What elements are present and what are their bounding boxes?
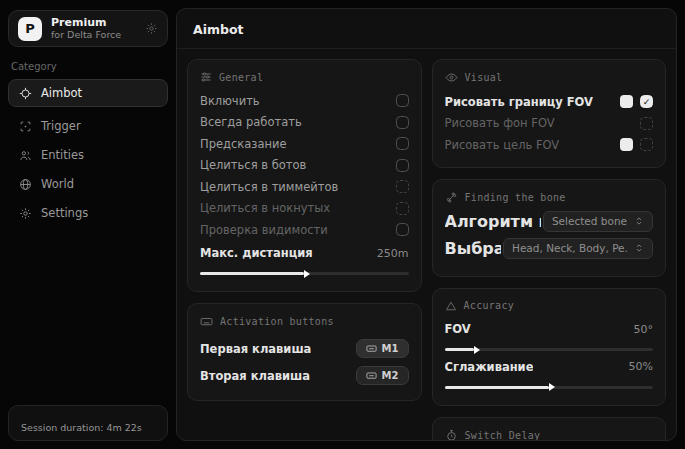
card-switch-delay-title: Switch Delay — [445, 429, 654, 442]
sidebar-item-aimbot[interactable]: Aimbot — [8, 79, 168, 107]
setting-label: Проверка видимости — [200, 223, 328, 237]
category-label: Category — [11, 61, 166, 72]
setting-row: Включить — [200, 90, 409, 112]
card-visual: Visual Рисовать границу FOV Рисовать фон… — [432, 59, 667, 168]
setting-row: Целиться в нокнутых — [200, 198, 409, 220]
eye-icon — [445, 71, 458, 84]
brand-box: P Premium for Delta Force — [8, 10, 168, 47]
checkbox[interactable] — [640, 95, 653, 108]
checkbox[interactable] — [640, 138, 653, 151]
timer-icon — [445, 429, 458, 442]
gear-icon[interactable] — [145, 22, 158, 35]
keyboard-icon — [200, 315, 213, 328]
checkbox[interactable] — [396, 116, 409, 129]
slider-value: 50% — [629, 360, 653, 373]
sidebar-item-label: Trigger — [41, 119, 81, 133]
select-label: Алгоритм поиска костей — [445, 212, 541, 231]
keybind-row: Первая клавиша M1 — [200, 335, 409, 362]
slider-value: 50° — [634, 323, 654, 336]
setting-row: Всегда работать — [200, 112, 409, 134]
slider-value: 250m — [377, 247, 409, 260]
setting-label: Целиться в ботов — [200, 158, 306, 172]
checkbox[interactable] — [396, 180, 409, 193]
slider-thumb[interactable] — [474, 346, 480, 354]
select-label: Выбранные кости — [445, 239, 502, 258]
gear-icon — [19, 207, 32, 220]
setting-label: Всегда работать — [200, 115, 302, 129]
setting-row: Проверка видимости — [200, 219, 409, 241]
card-bone-title: Finding the bone — [445, 191, 654, 204]
sidebar-item-label: Entities — [41, 148, 84, 162]
select-row: Выбранные кости Head, Neck, Body, Pe... — [445, 238, 654, 259]
checkbox[interactable] — [640, 117, 653, 130]
setting-label: Предсказание — [200, 137, 287, 151]
slider-label: Сглаживание — [445, 360, 534, 374]
slider-label: Макс. дистанция — [200, 246, 313, 260]
unfold-icon — [634, 243, 644, 253]
session-duration-box: Session duration: 4m 22s — [8, 405, 168, 441]
card-switch-delay: Switch Delay Задержка переключения Задер… — [432, 417, 667, 442]
color-swatch[interactable] — [620, 138, 633, 151]
slider-row: FOV 50° — [445, 319, 654, 341]
card-finding-the-bone: Finding the bone Алгоритм поиска костей … — [432, 179, 667, 277]
sidebar-item-entities[interactable]: Entities — [8, 141, 168, 169]
slider-row: Сглаживание 50% — [445, 356, 654, 378]
fov-slider[interactable] — [445, 348, 654, 351]
slider-thumb[interactable] — [304, 270, 310, 278]
checkbox[interactable] — [396, 223, 409, 236]
setting-label: Рисовать границу FOV — [445, 95, 593, 109]
crosshair-icon — [19, 87, 32, 100]
color-swatch[interactable] — [620, 95, 633, 108]
bone-algorithm-select[interactable]: Selected bone — [543, 211, 653, 232]
card-activation-buttons: Activation buttons Первая клавиша M1 Вто… — [187, 303, 422, 401]
setting-row: Рисовать границу FOV — [445, 91, 654, 113]
setting-label: Целиться в нокнутых — [200, 201, 330, 215]
smoothing-slider[interactable] — [445, 386, 654, 389]
card-activation-title: Activation buttons — [200, 315, 409, 328]
card-general-title: General — [200, 71, 409, 83]
keybind-label: Первая клавиша — [200, 342, 311, 356]
keybind-row: Вторая клавиша M2 — [200, 362, 409, 389]
setting-label: Включить — [200, 94, 260, 108]
slider-thumb[interactable] — [549, 383, 555, 391]
sliders-icon — [200, 71, 212, 83]
checkbox[interactable] — [396, 202, 409, 215]
right-column: Visual Рисовать границу FOV Рисовать фон… — [432, 59, 667, 431]
sidebar-item-settings[interactable]: Settings — [8, 199, 168, 227]
select-row: Алгоритм поиска костей Selected bone — [445, 211, 654, 232]
checkbox[interactable] — [396, 137, 409, 150]
setting-label: Рисовать фон FOV — [445, 116, 555, 130]
brand-title: Premium — [51, 16, 121, 29]
keybind-label: Вторая клавиша — [200, 369, 310, 383]
sidebar-item-trigger[interactable]: Trigger — [8, 112, 168, 140]
max-distance-slider[interactable] — [200, 272, 409, 275]
trigger-icon — [19, 120, 32, 133]
card-accuracy-title: Accuracy — [445, 300, 654, 312]
triangle-icon — [445, 300, 457, 312]
brand-subtitle: for Delta Force — [51, 29, 121, 40]
checkbox[interactable] — [396, 94, 409, 107]
brand-logo: P — [18, 17, 42, 41]
brand-text: Premium for Delta Force — [51, 16, 121, 41]
checkbox[interactable] — [396, 159, 409, 172]
content: General Включить Всегда работать Предска… — [177, 49, 676, 441]
session-duration-text: Session duration: 4m 22s — [21, 422, 142, 433]
keybind-button-m1[interactable]: M1 — [356, 339, 409, 358]
slider-row: Макс. дистанция 250m — [200, 243, 409, 265]
selected-bones-select[interactable]: Head, Neck, Body, Pe... — [503, 238, 653, 259]
slider-label: FOV — [445, 322, 471, 336]
setting-row: Рисовать цель FOV — [445, 134, 654, 156]
setting-label: Рисовать цель FOV — [445, 138, 560, 152]
sidebar-item-label: Settings — [41, 206, 88, 220]
keybind-button-m2[interactable]: M2 — [356, 366, 409, 385]
card-general: General Включить Всегда работать Предска… — [187, 59, 422, 292]
sidebar-item-world[interactable]: World — [8, 170, 168, 198]
globe-icon — [19, 178, 32, 191]
sidebar: P Premium for Delta Force Category Aimbo… — [0, 0, 176, 449]
bone-icon — [445, 191, 458, 204]
setting-row: Рисовать фон FOV — [445, 113, 654, 135]
page-title: Aimbot — [177, 9, 676, 49]
setting-label: Целиться в тиммейтов — [200, 180, 338, 194]
unfold-icon — [634, 216, 644, 226]
card-accuracy: Accuracy FOV 50° Сглаживание 50% — [432, 288, 667, 406]
